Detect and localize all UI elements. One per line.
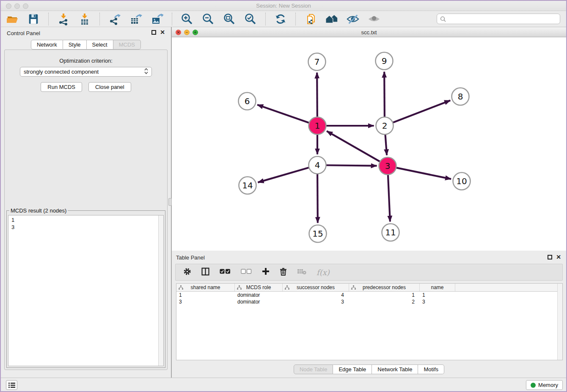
clone-network-button[interactable] <box>303 12 318 26</box>
graph-edge-1-7[interactable] <box>317 72 317 117</box>
split-pane-handle[interactable] <box>168 198 172 206</box>
show-graphics-details-button[interactable] <box>367 12 381 26</box>
table-row[interactable]: 1dominator411 <box>176 292 562 298</box>
column-sort-icon <box>179 285 183 290</box>
search-input[interactable] <box>448 16 557 22</box>
network-window-titlebar: ✕ − + scc.txt <box>172 28 566 37</box>
table-cell[interactable]: 3 <box>176 298 235 305</box>
deselect-all-columns-button[interactable] <box>241 268 252 276</box>
table-cell[interactable]: 3 <box>420 298 455 305</box>
graph-node-10[interactable]: 10 <box>453 173 471 190</box>
show-all-networks-button[interactable] <box>325 12 339 26</box>
network-window-title: scc.txt <box>361 29 377 36</box>
column-header-mcds-role[interactable]: MCDS role <box>235 284 283 291</box>
graph-node-9[interactable]: 9 <box>376 52 393 70</box>
network-canvas[interactable]: 7968124314101511 <box>172 37 566 250</box>
graph-edge-4-14[interactable] <box>258 167 309 182</box>
export-table-button[interactable] <box>129 12 143 26</box>
table-settings-button[interactable] <box>183 268 191 277</box>
result-scrollbar[interactable] <box>158 215 163 366</box>
graph-edge-2-8[interactable] <box>392 100 450 123</box>
table-row[interactable]: 3dominator323 <box>176 298 562 305</box>
graph-node-7[interactable]: 7 <box>308 53 326 71</box>
delete-column-button[interactable] <box>280 268 287 277</box>
graph-edge-3-1[interactable] <box>327 131 380 162</box>
delete-table-button[interactable] <box>297 268 306 276</box>
close-panel-button[interactable]: Close panel <box>88 82 131 92</box>
open-session-button[interactable] <box>5 12 19 26</box>
table-cell[interactable]: dominator <box>235 292 283 298</box>
graph-edge-2-9[interactable] <box>384 72 385 117</box>
tab-mcds[interactable]: MCDS <box>113 40 141 50</box>
column-header-predecessor-nodes[interactable]: predecessor nodes <box>349 284 420 291</box>
graph-node-4[interactable]: 4 <box>309 157 326 174</box>
tab-network-table[interactable]: Network Table <box>372 364 418 374</box>
graph-node-11[interactable]: 11 <box>382 224 399 241</box>
node-table: shared nameMCDS rolesuccessor nodesprede… <box>176 283 563 360</box>
function-builder-button[interactable]: f(x) <box>317 268 330 277</box>
table-cell[interactable]: 1 <box>349 292 420 298</box>
hide-selected-button[interactable] <box>346 12 360 26</box>
graph-node-8[interactable]: 8 <box>452 88 469 105</box>
float-panel-icon[interactable] <box>151 30 156 35</box>
zoom-selected-button[interactable] <box>243 12 258 26</box>
close-panel-icon[interactable]: ✕ <box>160 30 165 35</box>
close-network-button[interactable]: ✕ <box>176 30 181 35</box>
graph-edge-2-3[interactable] <box>385 134 387 155</box>
zoom-in-button[interactable] <box>180 12 194 26</box>
graph-node-1[interactable]: 1 <box>309 117 326 135</box>
graph-node-3[interactable]: 3 <box>379 157 396 175</box>
tab-select[interactable]: Select <box>87 40 113 50</box>
control-panel-tabs: NetworkStyleSelectMCDS <box>1 40 171 50</box>
graph-node-2[interactable]: 2 <box>376 117 394 135</box>
memory-button[interactable]: Memory <box>526 380 563 390</box>
select-all-columns-button[interactable] <box>220 268 231 276</box>
close-window-button[interactable] <box>6 3 11 9</box>
graph-edge-3-10[interactable] <box>396 168 451 179</box>
graph-edge-4-3[interactable] <box>325 165 377 166</box>
maximize-network-button[interactable]: + <box>193 30 198 35</box>
import-network-button[interactable] <box>56 12 71 26</box>
minimize-network-button[interactable]: − <box>184 30 190 35</box>
save-session-button[interactable] <box>26 12 41 26</box>
tab-node-table[interactable]: Node Table <box>294 364 333 374</box>
export-network-button[interactable] <box>107 12 122 26</box>
task-history-button[interactable] <box>6 380 17 390</box>
table-cell[interactable]: 4 <box>283 292 349 298</box>
close-table-panel-icon[interactable]: ✕ <box>556 255 561 259</box>
graph-node-6[interactable]: 6 <box>239 93 256 110</box>
table-cell[interactable]: 2 <box>349 298 420 305</box>
criterion-dropdown[interactable]: strongly connected component <box>20 67 152 77</box>
zoom-window-button[interactable] <box>23 3 28 9</box>
tab-edge-table[interactable]: Edge Table <box>333 364 372 374</box>
graph-node-14[interactable]: 14 <box>239 177 256 194</box>
refresh-button[interactable] <box>273 12 288 26</box>
table-cell[interactable]: dominator <box>235 298 283 305</box>
column-header-shared-name[interactable]: shared name <box>176 284 235 291</box>
import-table-button[interactable] <box>77 12 92 26</box>
column-header-successor-nodes[interactable]: successor nodes <box>283 284 349 291</box>
toolbar-separator <box>99 13 100 25</box>
float-table-panel-icon[interactable] <box>548 255 552 259</box>
tab-motifs[interactable]: Motifs <box>418 364 444 374</box>
table-cell[interactable]: 1 <box>176 292 235 298</box>
tab-network[interactable]: Network <box>31 40 63 50</box>
svg-text:15: 15 <box>312 229 323 239</box>
minimize-window-button[interactable] <box>14 3 20 9</box>
add-column-button[interactable] <box>262 268 270 277</box>
dropdown-stepper-icon <box>144 68 148 76</box>
column-header-name[interactable]: name <box>420 284 455 291</box>
zoom-out-button[interactable] <box>201 12 215 26</box>
export-image-button[interactable] <box>150 12 164 26</box>
table-cell[interactable]: 1 <box>420 292 455 298</box>
graph-edge-3-11[interactable] <box>388 174 390 221</box>
table-scrollbar[interactable] <box>557 284 562 360</box>
table-cell[interactable]: 3 <box>283 298 349 305</box>
graph-node-15[interactable]: 15 <box>309 225 327 243</box>
graph-edge-1-6[interactable] <box>257 105 310 123</box>
run-mcds-button[interactable]: Run MCDS <box>41 82 82 92</box>
tab-style[interactable]: Style <box>63 40 87 50</box>
zoom-fit-button[interactable] <box>222 12 237 26</box>
show-column-panel-button[interactable] <box>201 268 209 277</box>
graph-edge-4-15[interactable] <box>317 173 318 223</box>
